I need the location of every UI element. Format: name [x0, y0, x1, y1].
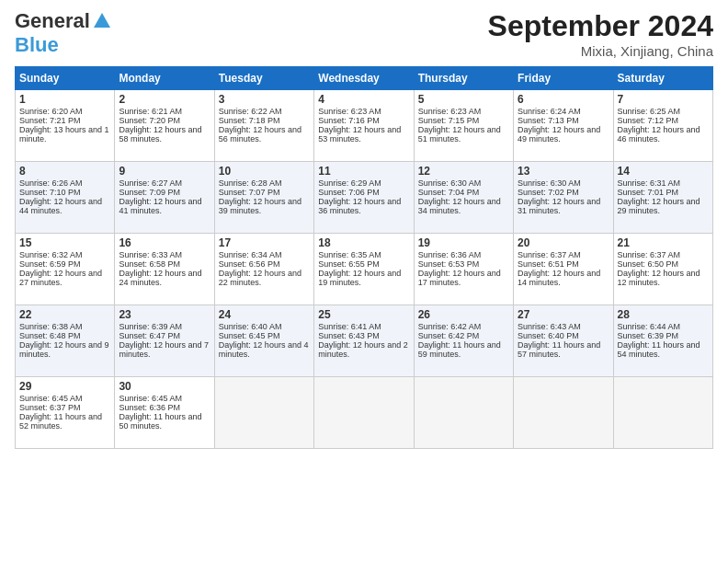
- col-header-wednesday: Wednesday: [314, 67, 414, 90]
- daylight-text: Daylight: 12 hours and 29 minutes.: [618, 197, 700, 215]
- daylight-text: Daylight: 13 hours and 1 minute.: [19, 125, 109, 144]
- sunrise-text: Sunrise: 6:37 AM: [518, 250, 581, 259]
- sunset-text: Sunset: 6:37 PM: [19, 403, 81, 412]
- daylight-text: Daylight: 12 hours and 58 minutes.: [119, 125, 201, 144]
- calendar-cell: 25Sunrise: 6:41 AMSunset: 6:43 PMDayligh…: [314, 305, 414, 377]
- sunset-text: Sunset: 7:21 PM: [19, 116, 81, 125]
- sunset-text: Sunset: 7:07 PM: [219, 188, 280, 197]
- sunrise-text: Sunrise: 6:43 AM: [518, 322, 581, 331]
- daylight-text: Daylight: 12 hours and 36 minutes.: [318, 197, 401, 215]
- week-row-4: 22Sunrise: 6:38 AMSunset: 6:48 PMDayligh…: [16, 305, 713, 377]
- day-number: 9: [119, 165, 210, 178]
- sunset-text: Sunset: 7:20 PM: [119, 116, 180, 125]
- calendar-cell: 5Sunrise: 6:23 AMSunset: 7:15 PMDaylight…: [414, 90, 513, 162]
- daylight-text: Daylight: 12 hours and 27 minutes.: [19, 269, 102, 287]
- calendar-cell: 14Sunrise: 6:31 AMSunset: 7:01 PMDayligh…: [613, 162, 712, 234]
- day-number: 18: [318, 236, 409, 249]
- logo-icon: [92, 11, 112, 31]
- sunset-text: Sunset: 6:42 PM: [418, 331, 480, 340]
- daylight-text: Daylight: 12 hours and 4 minutes.: [219, 340, 309, 359]
- sunrise-text: Sunrise: 6:38 AM: [19, 322, 83, 331]
- sunset-text: Sunset: 6:53 PM: [418, 259, 480, 269]
- day-number: 2: [119, 93, 210, 106]
- sunset-text: Sunset: 7:13 PM: [518, 116, 579, 125]
- month-title: September 2024: [488, 9, 713, 43]
- daylight-text: Daylight: 12 hours and 39 minutes.: [219, 197, 301, 215]
- sunrise-text: Sunrise: 6:25 AM: [618, 107, 681, 116]
- day-number: 11: [318, 165, 409, 178]
- calendar-cell: 6Sunrise: 6:24 AMSunset: 7:13 PMDaylight…: [514, 90, 613, 162]
- day-number: 12: [418, 165, 509, 178]
- day-number: 22: [19, 308, 110, 321]
- sunset-text: Sunset: 7:10 PM: [19, 188, 81, 197]
- daylight-text: Daylight: 11 hours and 52 minutes.: [19, 412, 102, 431]
- calendar-cell: 11Sunrise: 6:29 AMSunset: 7:06 PMDayligh…: [314, 162, 414, 234]
- sunset-text: Sunset: 6:51 PM: [518, 259, 579, 269]
- daylight-text: Daylight: 11 hours and 59 minutes.: [418, 340, 501, 359]
- sunset-text: Sunset: 7:06 PM: [318, 188, 380, 197]
- sunset-text: Sunset: 6:58 PM: [119, 259, 180, 269]
- sunrise-text: Sunrise: 6:30 AM: [418, 178, 482, 188]
- sunset-text: Sunset: 7:04 PM: [418, 188, 480, 197]
- calendar-cell: 13Sunrise: 6:30 AMSunset: 7:02 PMDayligh…: [514, 162, 613, 234]
- daylight-text: Daylight: 12 hours and 31 minutes.: [518, 197, 600, 215]
- daylight-text: Daylight: 12 hours and 2 minutes.: [318, 340, 408, 359]
- sunrise-text: Sunrise: 6:45 AM: [119, 394, 182, 403]
- day-number: 15: [19, 236, 110, 249]
- day-number: 21: [618, 236, 709, 249]
- logo-blue: Blue: [15, 34, 59, 56]
- calendar-cell: 20Sunrise: 6:37 AMSunset: 6:51 PMDayligh…: [514, 234, 613, 305]
- calendar-cell: 9Sunrise: 6:27 AMSunset: 7:09 PMDaylight…: [115, 162, 214, 234]
- title-area: September 2024 Mixia, Xinjiang, China: [488, 9, 713, 59]
- calendar-cell: 27Sunrise: 6:43 AMSunset: 6:40 PMDayligh…: [514, 305, 613, 377]
- col-header-friday: Friday: [514, 67, 613, 90]
- calendar-cell: 15Sunrise: 6:32 AMSunset: 6:59 PMDayligh…: [16, 234, 115, 305]
- calendar-cell: 19Sunrise: 6:36 AMSunset: 6:53 PMDayligh…: [414, 234, 513, 305]
- sunset-text: Sunset: 6:39 PM: [618, 331, 679, 340]
- week-row-3: 15Sunrise: 6:32 AMSunset: 6:59 PMDayligh…: [16, 234, 713, 305]
- day-number: 29: [19, 380, 110, 393]
- sunset-text: Sunset: 7:01 PM: [618, 188, 679, 197]
- col-header-saturday: Saturday: [613, 67, 712, 90]
- day-number: 6: [518, 93, 609, 106]
- calendar-cell: 30Sunrise: 6:45 AMSunset: 6:36 PMDayligh…: [115, 377, 214, 449]
- sunrise-text: Sunrise: 6:23 AM: [418, 107, 482, 116]
- sunset-text: Sunset: 6:50 PM: [618, 259, 679, 269]
- day-number: 5: [418, 93, 509, 106]
- calendar-cell: 24Sunrise: 6:40 AMSunset: 6:45 PMDayligh…: [214, 305, 313, 377]
- sunset-text: Sunset: 7:12 PM: [618, 116, 679, 125]
- sunrise-text: Sunrise: 6:24 AM: [518, 107, 581, 116]
- sunset-text: Sunset: 7:02 PM: [518, 188, 579, 197]
- daylight-text: Daylight: 11 hours and 57 minutes.: [518, 340, 600, 359]
- daylight-text: Daylight: 12 hours and 44 minutes.: [19, 197, 102, 215]
- calendar-table: SundayMondayTuesdayWednesdayThursdayFrid…: [15, 66, 713, 449]
- calendar-cell: 17Sunrise: 6:34 AMSunset: 6:56 PMDayligh…: [214, 234, 313, 305]
- col-header-thursday: Thursday: [414, 67, 513, 90]
- daylight-text: Daylight: 12 hours and 19 minutes.: [318, 269, 401, 287]
- daylight-text: Daylight: 11 hours and 50 minutes.: [119, 412, 201, 431]
- day-number: 1: [19, 93, 110, 106]
- sunset-text: Sunset: 6:47 PM: [119, 331, 180, 340]
- sunset-text: Sunset: 6:59 PM: [19, 259, 81, 269]
- day-number: 25: [318, 308, 409, 321]
- daylight-text: Daylight: 12 hours and 56 minutes.: [219, 125, 301, 144]
- calendar-cell: 28Sunrise: 6:44 AMSunset: 6:39 PMDayligh…: [613, 305, 712, 377]
- sunrise-text: Sunrise: 6:26 AM: [19, 178, 83, 188]
- calendar-cell: 29Sunrise: 6:45 AMSunset: 6:37 PMDayligh…: [16, 377, 115, 449]
- sunrise-text: Sunrise: 6:21 AM: [119, 107, 182, 116]
- daylight-text: Daylight: 12 hours and 9 minutes.: [19, 340, 109, 359]
- daylight-text: Daylight: 12 hours and 41 minutes.: [119, 197, 201, 215]
- logo: General Blue: [15, 9, 112, 56]
- calendar-cell: [214, 377, 313, 449]
- sunset-text: Sunset: 7:09 PM: [119, 188, 180, 197]
- day-number: 13: [518, 165, 609, 178]
- day-number: 24: [219, 308, 310, 321]
- daylight-text: Daylight: 12 hours and 22 minutes.: [219, 269, 301, 287]
- sunrise-text: Sunrise: 6:33 AM: [119, 250, 182, 259]
- calendar-cell: 3Sunrise: 6:22 AMSunset: 7:18 PMDaylight…: [214, 90, 313, 162]
- sunrise-text: Sunrise: 6:37 AM: [618, 250, 681, 259]
- sunset-text: Sunset: 6:48 PM: [19, 331, 81, 340]
- col-header-tuesday: Tuesday: [214, 67, 313, 90]
- day-number: 27: [518, 308, 609, 321]
- location: Mixia, Xinjiang, China: [488, 43, 713, 59]
